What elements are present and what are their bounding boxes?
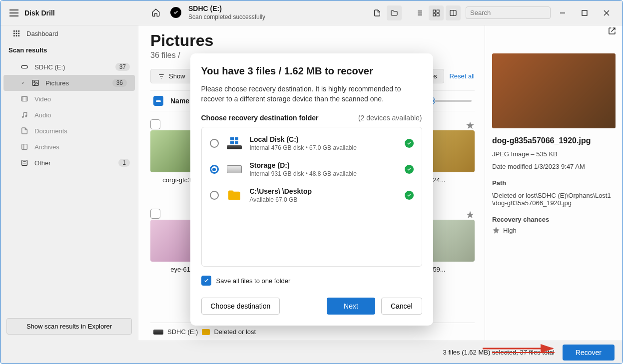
show-filter-button[interactable]: Show — [150, 69, 193, 83]
file-checkbox[interactable] — [150, 209, 160, 219]
devices-available-label: (2 devices available) — [358, 114, 422, 122]
sidebar-item-drive[interactable]: SDHC (E:) 37 — [0, 59, 138, 75]
drive-icon — [20, 63, 28, 71]
detail-type: JPEG Image – 535 KB — [492, 150, 616, 158]
app-title: Disk Drill — [24, 9, 55, 17]
destination-name: Storage (D:) — [250, 161, 357, 169]
svg-rect-0 — [433, 10, 436, 12]
destination-option[interactable]: C:\Users\ \DesktopAvailable 67.0 GB — [204, 182, 420, 208]
search-input[interactable] — [470, 9, 554, 16]
reset-all-link[interactable]: Reset all — [449, 72, 475, 80]
preview-image — [492, 53, 616, 128]
star-icon — [492, 226, 500, 234]
save-all-label: Save all files to one folder — [216, 277, 291, 285]
svg-rect-27 — [230, 141, 234, 144]
svg-rect-25 — [230, 137, 234, 140]
sidebar-badge: 37 — [115, 63, 130, 71]
radio-button[interactable] — [210, 191, 219, 200]
svg-point-21 — [25, 115, 27, 117]
detail-chances-label: Recovery chances — [492, 216, 616, 223]
windows-disk-icon — [226, 136, 243, 150]
modal-description: Please choose recovery destination. It i… — [201, 84, 422, 104]
picture-icon — [31, 79, 39, 87]
select-all-checkbox[interactable] — [153, 96, 163, 106]
choose-destination-button[interactable]: Choose destination — [201, 298, 280, 315]
maximize-button[interactable] — [575, 6, 595, 20]
destination-option[interactable]: Local Disk (C:)Internal 476 GB disk • 67… — [204, 130, 420, 156]
detail-chances-value: High — [503, 227, 517, 234]
close-button[interactable] — [597, 6, 617, 20]
home-icon[interactable] — [148, 5, 163, 20]
scan-status-label: Scan completed successfully — [188, 13, 265, 20]
sidebar-item-other[interactable]: Other 1 — [0, 155, 138, 171]
open-in-explorer-button[interactable]: Show scan results in Explorer — [6, 318, 132, 335]
audio-icon — [20, 111, 28, 119]
file-checkbox[interactable] — [150, 119, 160, 129]
sidebar-badge: 1 — [118, 159, 130, 167]
archive-icon — [20, 143, 28, 151]
minimize-button[interactable] — [553, 6, 573, 20]
folder-icon — [226, 188, 243, 202]
list-view-icon[interactable] — [412, 5, 427, 20]
open-external-icon[interactable] — [608, 26, 617, 37]
sidebar-item-pictures[interactable]: Pictures 36 — [3, 75, 135, 91]
svg-rect-22 — [22, 144, 27, 150]
sidebar-item-label: Other — [34, 159, 51, 167]
svg-rect-1 — [437, 10, 439, 12]
breadcrumb-folder[interactable]: Deleted or lost — [214, 328, 256, 336]
svg-rect-6 — [582, 10, 587, 15]
save-all-checkbox[interactable] — [201, 276, 211, 286]
cancel-button[interactable]: Cancel — [381, 298, 422, 315]
svg-rect-13 — [13, 35, 15, 36]
svg-rect-10 — [13, 33, 15, 34]
document-icon — [20, 127, 28, 135]
sidebar-item-documents[interactable]: Documents — [0, 123, 138, 139]
sidebar-section-title: Scan results — [0, 41, 138, 59]
recovery-destination-dialog: You have 3 files / 1.62 MB to recover Pl… — [190, 53, 433, 326]
favorite-icon[interactable]: ★ — [466, 119, 475, 131]
panel-view-icon[interactable] — [446, 5, 461, 20]
svg-rect-12 — [18, 33, 19, 34]
show-filter-label: Show — [169, 72, 185, 80]
recover-button[interactable]: Recover — [563, 345, 615, 361]
search-box[interactable] — [466, 6, 551, 19]
status-ok-icon — [405, 165, 414, 174]
detail-path-value: \Deleted or lost\SDHC (E)\Orphans\Lost1\… — [492, 192, 616, 207]
destination-name: C:\Users\ \Desktop — [250, 187, 312, 195]
sidebar-item-audio[interactable]: Audio — [0, 107, 138, 123]
sidebar-item-video[interactable]: Video — [0, 91, 138, 107]
destination-sub: Available 67.0 GB — [250, 196, 312, 203]
breadcrumb-drive[interactable]: SDHC (E:) — [167, 328, 198, 336]
sidebar-item-label: Dashboard — [26, 30, 58, 37]
menu-icon[interactable] — [9, 7, 20, 18]
favorite-icon[interactable]: ★ — [466, 209, 475, 221]
selection-summary: 3 files (1.62 MB) selected, 37 files tot… — [443, 349, 555, 356]
sidebar-item-archives[interactable]: Archives — [0, 139, 138, 155]
radio-button[interactable] — [210, 139, 219, 148]
folder-icon — [202, 329, 210, 335]
next-button[interactable]: Next — [327, 298, 375, 315]
sidebar-item-label: Pictures — [45, 79, 69, 87]
sidebar-item-dashboard[interactable]: Dashboard — [0, 25, 138, 41]
page-title: Pictures — [150, 31, 475, 50]
file-icon[interactable] — [370, 5, 385, 20]
folder-view-icon[interactable] — [387, 5, 402, 20]
grid-view-icon[interactable] — [429, 5, 444, 20]
scan-drive-label: SDHC (E:) — [188, 5, 265, 12]
status-ok-icon — [405, 191, 414, 200]
choose-destination-label: Choose recovery destination folder — [201, 114, 319, 122]
svg-rect-15 — [18, 35, 19, 36]
disk-icon — [226, 162, 243, 176]
sidebar-item-label: Audio — [34, 111, 51, 119]
svg-rect-14 — [16, 35, 17, 36]
sidebar-badge: 36 — [112, 79, 127, 87]
column-header-name[interactable]: Name — [170, 97, 189, 105]
thumbnail-size-slider[interactable] — [427, 100, 472, 102]
destination-option[interactable]: Storage (D:)Internal 931 GB disk • 48.8 … — [204, 156, 420, 182]
drive-icon — [153, 330, 163, 335]
sidebar-item-label: Documents — [34, 127, 67, 135]
svg-rect-7 — [13, 30, 15, 32]
destination-name: Local Disk (C:) — [250, 135, 357, 143]
svg-rect-9 — [18, 30, 19, 32]
radio-button[interactable] — [210, 165, 219, 174]
